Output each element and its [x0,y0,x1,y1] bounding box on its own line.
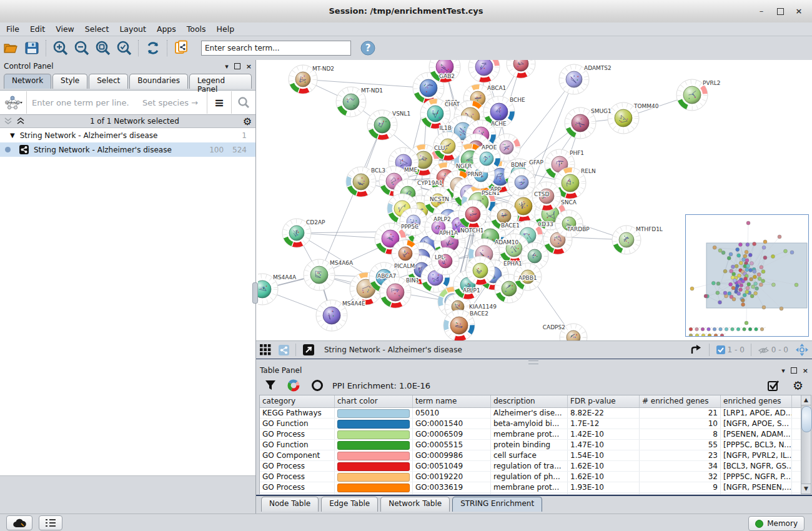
table-row[interactable]: GO FunctionGO:0005515protein binding1.47… [260,440,801,450]
table-row[interactable]: GO ProcessGO:0050435beta-amyloid m...2.0… [260,493,801,494]
table-row[interactable]: GO ProcessGO:0006509membrane prot...1.42… [260,429,801,440]
grid-view-button[interactable] [260,344,271,355]
birds-eye-navigator[interactable] [685,214,809,337]
menu-item-help[interactable]: Help [217,24,235,34]
select-columns-button[interactable] [768,380,780,391]
table-settings-gear-icon[interactable]: ⚙ [793,379,803,392]
cell-term-name: GO:0050435 [413,493,491,494]
scrollbar-thumb[interactable] [801,406,812,432]
graph-node-n3[interactable] [507,60,535,78]
network-collection-row[interactable]: ▼ String Network - Alzheimer's disease 1 [0,128,255,142]
network-from-file-button[interactable] [171,39,192,57]
close-button[interactable]: × [793,6,805,16]
table-panel-close-icon[interactable]: × [803,367,808,375]
refresh-button[interactable] [142,39,164,57]
graph-node-f11[interactable] [458,200,487,229]
tab-string-enrichment[interactable]: STRING Enrichment [452,497,542,512]
scroll-up-arrow[interactable]: ▲ [801,395,811,405]
tab-style[interactable]: Style [52,74,87,89]
cell-description: protein binding [491,440,568,450]
zoom-out-button[interactable] [71,39,92,57]
table-row[interactable]: KEGG Pathways05010Alzheimer's dise...8.8… [260,408,801,419]
graph-node-n2[interactable] [468,60,500,82]
enrichment-table-header: categorychart colorterm namedescriptionF… [260,395,801,408]
save-button[interactable] [21,39,42,57]
table-row[interactable]: GO FunctionGO:0001540beta-amyloid bi...1… [260,419,801,429]
table-row[interactable]: GO ProcessGO:0051049regulation of tra...… [260,461,801,472]
reset-charts-button[interactable] [311,379,324,392]
tree-expander-icon[interactable]: ▼ [10,132,15,139]
panel-float-icon[interactable]: ▾ [225,62,229,71]
export-network-button[interactable] [690,344,703,355]
menu-item-select[interactable]: Select [85,24,109,34]
graph-edge[interactable] [303,79,428,88]
graph-node-f18[interactable] [555,210,583,237]
set-species-hint[interactable]: Set species → [142,98,207,107]
node-label-PPP5C: PPP5C [401,224,418,230]
tab-network[interactable]: Network [4,74,51,89]
search-input[interactable] [201,41,351,56]
tab-node-table[interactable]: Node Table [261,497,319,512]
column-header-chart-color[interactable]: chart color [335,395,413,407]
table-row[interactable]: GO ComponentGO:0009986cell surface1.54E-… [260,450,801,461]
graph-node-f4[interactable] [400,208,427,236]
column-header-fdr-p-value[interactable]: FDR p-value [568,395,640,407]
cell-chart-color [335,482,413,492]
tab-edge-table[interactable]: Edge Table [321,497,378,512]
menu-item-edit[interactable]: Edit [30,24,45,34]
graph-node-f25[interactable] [508,169,535,196]
table-vertical-scrollbar[interactable]: ▲ ▼ [801,395,811,494]
string-logo-icon[interactable]: STRING [0,91,27,114]
maximize-button[interactable] [775,6,786,16]
collapse-all-icon[interactable] [4,117,14,126]
panel-undock-icon[interactable] [234,63,240,69]
network-options-gear-icon[interactable]: ⚙ [243,116,252,127]
network-row[interactable]: String Network - Alzheimer's disease 100… [0,142,255,157]
menu-item-tools[interactable]: Tools [187,24,206,34]
help-button[interactable]: ? [357,39,379,57]
zoom-in-button[interactable] [50,39,71,57]
node-label-SNCA: SNCA [561,199,577,206]
string-options-button[interactable]: ≡ [207,91,231,114]
graph-node-f24[interactable] [466,256,495,285]
horizontal-splitter[interactable] [256,359,812,364]
expand-all-icon[interactable] [16,117,26,126]
tab-network-table[interactable]: Network Table [380,497,450,512]
column-header-term-name[interactable]: term name [413,395,491,407]
panel-close-icon[interactable]: × [246,62,252,71]
table-row[interactable]: GO ProcessGO:0033619membrane prot...1.93… [260,482,801,493]
filter-button[interactable] [265,380,276,391]
task-history-button[interactable] [39,515,62,530]
tab-select[interactable]: Select [89,74,128,89]
column-header--enriched-genes[interactable]: # enriched genes [640,395,721,407]
memory-button[interactable]: Memory [748,516,805,531]
menu-item-layout[interactable]: Layout [119,24,146,34]
string-search-button[interactable] [231,91,255,114]
tab-legend-panel[interactable]: Legend Panel [189,74,252,89]
minimize-button[interactable]: – [756,6,767,16]
column-header-category[interactable]: category [260,395,335,407]
column-header-description[interactable]: description [491,395,568,407]
table-panel-float-icon[interactable]: ▾ [781,367,785,375]
panel-splitter-handle[interactable] [252,282,258,304]
table-panel-undock-icon[interactable] [791,367,797,374]
scroll-down-arrow[interactable]: ▼ [801,484,811,494]
string-terms-input[interactable] [27,97,142,108]
cloud-button[interactable] [6,515,32,530]
menu-item-view[interactable]: View [56,24,74,34]
zoom-selected-button[interactable] [114,39,135,57]
share-view-button[interactable] [279,345,289,355]
zoom-fit-button[interactable] [92,39,114,57]
draw-charts-button[interactable] [287,379,300,392]
pan-mode-button[interactable] [796,344,808,356]
table-row[interactable]: GO ProcessGO:0019220regulation of ph...1… [260,472,801,482]
enrichment-arc-red [444,157,453,158]
menu-item-file[interactable]: File [6,24,19,34]
open-in-window-button[interactable] [303,344,314,355]
column-header-enriched-genes[interactable]: enriched genes [721,395,792,407]
graph-node-f10[interactable] [432,247,459,275]
menu-item-apps[interactable]: Apps [157,24,176,34]
tab-boundaries[interactable]: Boundaries [129,74,188,89]
open-file-button[interactable] [0,39,21,57]
enrichment-arc-red [464,295,473,297]
